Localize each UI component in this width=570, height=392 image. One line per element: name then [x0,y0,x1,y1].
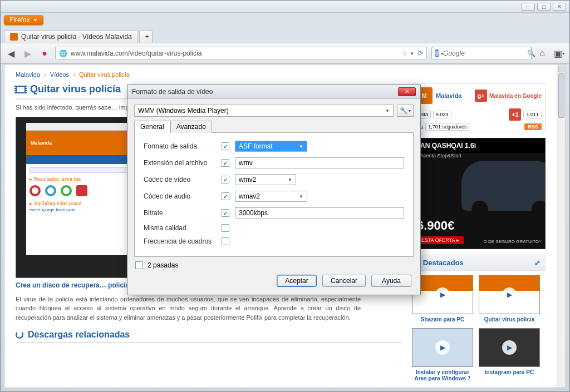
input-bitrate[interactable]: 3000kbps [235,207,404,219]
google-icon: g [435,49,439,57]
search-icon[interactable]: 🔍 [527,49,535,57]
firefox-menu-button[interactable]: Firefox ▼ [4,15,43,25]
checkbox-bitrate[interactable]: ✔ [222,209,229,217]
label-audio-codec: Códec de audio [144,192,216,200]
reload-button[interactable]: ● [38,47,51,59]
favicon-icon [10,33,18,41]
os-titlebar: — ▢ ✕ [1,1,569,13]
checkbox-same-quality[interactable] [222,224,229,232]
film-icon [16,86,26,93]
video-output-format-dialog: Formato de salida de vídeo ✕ WMV (Window… [127,85,421,295]
bookmarks-button[interactable]: ▣▾ [553,47,565,59]
breadcrumb: Malavida › Vídeos › Quitar virus policía [16,69,546,83]
article-body: El virus de la policía está infectando o… [16,295,361,322]
ad-note: O DE SEGURO GRATUITO* [484,239,540,244]
preset-select[interactable]: WMV (Windows Media Player) ▼ [134,105,394,117]
display-ad[interactable]: SAN QASHQAI 1.6i V Acenta Stop&Start 6.9… [412,138,546,249]
featured-video[interactable]: Instalar y configurar Ares para Windows … [412,328,473,381]
window-maximize[interactable]: ▢ [537,3,551,11]
checkbox-video-codec[interactable]: ✔ [222,176,229,183]
plus-one-button[interactable]: +1 [509,108,521,121]
checkbox-two-pass[interactable] [135,261,143,269]
like-count: 9.023 [433,111,451,118]
chevron-down-icon: ▼ [288,177,292,182]
ad-price: 6.900€ [417,219,454,233]
accept-button[interactable]: Aceptar [277,275,317,287]
reload-icon[interactable]: ⟳ [417,49,423,57]
search-input[interactable] [443,49,527,57]
tab-title: Quitar virus policía - Vídeos Malavida [21,33,132,41]
checkbox-output-format[interactable]: ✔ [222,142,229,150]
google-plus-icon[interactable]: g+ [475,90,487,102]
ad-cta-button[interactable]: ESTA OFERTA ▸ [417,236,464,244]
chevron-down-icon: ▼ [299,194,303,199]
url-text: www.malavida.com/video/quitar-virus-poli… [71,49,202,57]
plus-one-count: 1.011 [523,111,542,118]
window-minimize[interactable]: — [522,3,535,11]
brand-name[interactable]: Malavida [436,92,461,99]
featured-video[interactable]: Quitar virus policía [479,275,540,322]
dialog-titlebar[interactable]: Formato de salida de vídeo ✕ [127,85,420,99]
address-bar[interactable]: 🌐 www.malavida.com/video/quitar-virus-po… [55,47,427,60]
rss-button[interactable]: RSS [524,123,542,130]
breadcrumb-current: Quitar virus policía [79,71,130,78]
input-file-extension[interactable]: wmv [235,157,404,168]
dialog-close-button[interactable]: ✕ [398,87,416,96]
label-framerate: Frecuencia de cuadros [144,237,216,245]
cancel-button[interactable]: Cancelar [322,275,366,287]
dialog-title: Formato de salida de vídeo [132,88,213,96]
gplus-label[interactable]: Malavida en Google [489,93,542,99]
tab-advanced[interactable]: Avanzado [170,121,212,133]
chevron-down-icon: ▼ [385,108,390,113]
settings-button[interactable]: 🔧▾ [397,105,414,117]
followers-count: 1,701 seguidores [425,123,469,131]
car-image [461,161,546,211]
label-same-quality: Misma calidad [144,224,216,232]
label-file-extension: Extensión del archivo [144,159,216,167]
select-output-format[interactable]: ASF format▼ [235,141,307,152]
url-dropdown-icon[interactable]: ▼ [410,51,414,56]
select-audio-codec[interactable]: wmav2▼ [235,191,307,202]
tab-general[interactable]: General [134,121,170,133]
scroll-up-button[interactable] [558,66,564,72]
chevron-down-icon: ▼ [33,18,38,23]
featured-video[interactable]: Instagram para PC [479,328,540,381]
featured-video[interactable]: Shazam para PC [412,275,473,322]
checkbox-file-extension[interactable]: ✔ [222,159,229,167]
label-video-codec: Códec de vídeo [144,176,216,183]
scroll-thumb[interactable] [558,73,564,118]
general-panel: Formato de salida ✔ ASF format▼ Extensió… [134,133,414,257]
search-bar[interactable]: g ▾ 🔍 [431,47,532,60]
checkbox-framerate[interactable] [222,237,229,245]
firefox-label: Firefox [9,16,30,24]
home-button[interactable]: ⌂ [536,47,548,59]
label-two-pass: 2 pasadas [148,261,178,269]
tab-strip: Quitar virus policía - Vídeos Malavida + [1,27,569,43]
breadcrumb-home[interactable]: Malavida [16,71,40,78]
checkbox-audio-codec[interactable]: ✔ [222,192,229,200]
vertical-scrollbar[interactable] [557,64,566,388]
select-video-codec[interactable]: wmv2▼ [235,174,296,185]
new-tab-button[interactable]: + [139,30,153,43]
featured-videos-heading: s Destacados ⤢ [412,255,546,271]
label-bitrate: Bitrate [144,209,216,217]
refresh-icon [16,331,23,339]
globe-icon: 🌐 [59,49,67,57]
wrench-icon: 🔧 [400,107,408,115]
help-button[interactable]: Ayuda [371,275,411,287]
window-close[interactable]: ✕ [553,3,566,11]
breadcrumb-videos[interactable]: Vídeos [50,71,69,78]
expand-icon[interactable]: ⤢ [534,259,540,267]
browser-tab[interactable]: Quitar virus policía - Vídeos Malavida [4,30,138,43]
back-button[interactable]: ◀ [5,47,17,59]
related-downloads-heading: Descargas relacionadas [16,330,401,343]
chevron-down-icon: ▼ [299,144,303,149]
ad-headline: SAN QASHQAI 1.6i [412,138,545,153]
label-output-format: Formato de salida [144,142,216,150]
ad-subtitle: V Acenta Stop&Start [412,153,545,158]
bookmark-star-icon[interactable]: ☆ [399,49,410,57]
forward-button[interactable]: ▶ [22,47,34,59]
navigation-toolbar: ◀ ▶ ● 🌐 www.malavida.com/video/quitar-vi… [1,43,569,64]
